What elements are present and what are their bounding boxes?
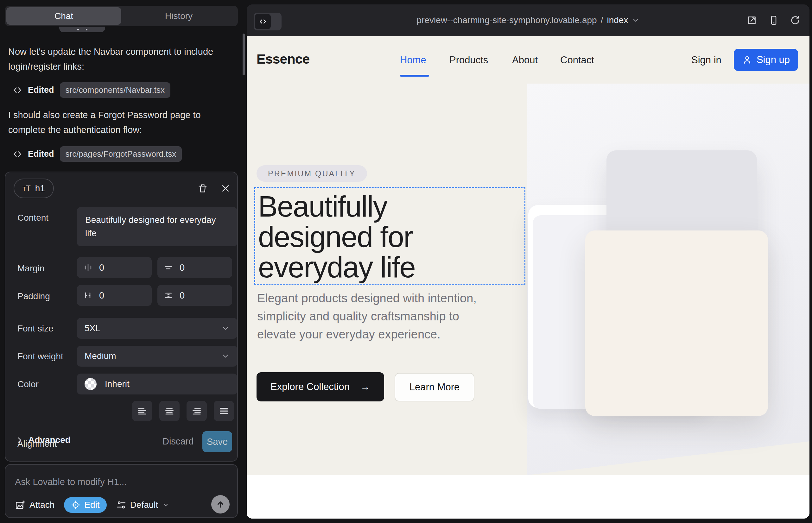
content-textarea[interactable]: Beautifully designed for everyday life	[77, 207, 237, 246]
attach-image-icon	[15, 500, 26, 510]
hero-card-cream	[585, 231, 768, 416]
truncated-loading-chip	[59, 26, 105, 32]
align-right-icon	[191, 405, 202, 416]
hero-heading[interactable]: Beautifully designed for everyday life	[258, 191, 415, 283]
trash-icon	[197, 183, 208, 194]
edit-target-icon	[71, 500, 81, 510]
padding-horizontal-icon	[83, 291, 93, 300]
content-label: Content	[17, 213, 49, 223]
close-icon	[221, 184, 230, 193]
mode-select[interactable]: Default	[116, 500, 170, 510]
refresh-button[interactable]	[790, 15, 800, 26]
active-nav-underline	[400, 75, 429, 77]
arrow-right-icon: →	[360, 381, 370, 393]
padding-vertical-icon	[164, 291, 173, 300]
align-left-icon	[137, 405, 147, 416]
close-inspector-button[interactable]	[218, 181, 233, 196]
color-label: Color	[17, 379, 39, 390]
delete-element-button[interactable]	[195, 181, 210, 196]
app-window: Chat History Now let's update the Navbar…	[0, 0, 812, 523]
mobile-icon	[768, 15, 779, 26]
chevron-right-icon	[16, 436, 23, 444]
element-tag-chip[interactable]: тT h1	[14, 179, 54, 198]
send-icon	[216, 500, 225, 509]
color-select[interactable]: Inherit	[77, 374, 237, 395]
open-in-new-button[interactable]	[746, 15, 758, 26]
type-icon: тT	[22, 184, 31, 193]
code-icon	[13, 86, 22, 95]
margin-y-input[interactable]: 0	[157, 257, 232, 278]
explore-collection-button[interactable]: Explore Collection →	[257, 372, 384, 401]
padding-x-input[interactable]: 0	[77, 285, 152, 306]
refresh-icon	[790, 15, 800, 26]
mobile-view-button[interactable]	[768, 15, 779, 26]
attach-button[interactable]: Attach	[15, 500, 54, 510]
edited-file-row: Edited src/components/Navbar.tsx	[13, 82, 170, 98]
site-navbar: Essence Home Products About Contact Sign…	[247, 36, 810, 84]
url-bar[interactable]: preview--charming-site-symphony.lovable.…	[247, 4, 810, 36]
site-logo[interactable]: Essence	[257, 51, 310, 67]
tab-chat[interactable]: Chat	[6, 7, 121, 25]
learn-more-button[interactable]: Learn More	[394, 373, 474, 401]
edited-file-row: Edited src/pages/ForgotPassword.tsx	[13, 146, 182, 162]
align-right-button[interactable]	[187, 401, 207, 421]
margin-vertical-icon	[164, 263, 173, 272]
url-page: index	[607, 15, 628, 25]
font-weight-select[interactable]: Medium	[77, 346, 237, 366]
color-swatch	[85, 378, 96, 390]
chevron-down-icon	[162, 501, 170, 509]
chat-history-tabs: Chat History	[5, 6, 238, 26]
margin-label: Margin	[17, 264, 45, 273]
hero-badge: PREMIUM QUALITY	[257, 165, 367, 182]
user-icon	[742, 55, 752, 65]
chat-message: Now let's update the Navbar component to…	[8, 44, 230, 74]
chat-composer: Ask Lovable to modify H1... Attach Edit …	[5, 464, 238, 518]
url-separator: /	[601, 15, 603, 25]
chevron-down-icon	[632, 16, 639, 24]
advanced-toggle[interactable]: Advanced	[16, 435, 71, 445]
font-size-label: Font size	[17, 324, 54, 334]
save-button[interactable]: Save	[202, 431, 232, 452]
font-size-select[interactable]: 5XL	[77, 318, 237, 339]
align-left-button[interactable]	[132, 401, 152, 421]
align-center-button[interactable]	[159, 401, 180, 421]
file-chip[interactable]: src/components/Navbar.tsx	[60, 82, 171, 98]
chevron-down-icon	[222, 324, 230, 332]
sign-up-button[interactable]: Sign up	[734, 49, 798, 71]
browser-preview: preview--charming-site-symphony.lovable.…	[247, 4, 810, 519]
code-icon	[13, 149, 22, 159]
nav-link-contact[interactable]: Contact	[560, 54, 594, 66]
margin-x-input[interactable]: 0	[77, 257, 152, 278]
padding-y-input[interactable]: 0	[157, 285, 232, 306]
composer-input[interactable]: Ask Lovable to modify H1...	[15, 477, 127, 487]
edited-label: Edited	[28, 85, 54, 95]
nav-link-home[interactable]: Home	[400, 54, 426, 66]
sign-in-link[interactable]: Sign in	[691, 54, 721, 66]
align-justify-icon	[218, 405, 229, 416]
element-tag: h1	[35, 183, 45, 194]
site-section-below	[247, 475, 810, 519]
margin-horizontal-icon	[83, 263, 93, 272]
hero-paragraph: Elegant products designed with intention…	[257, 289, 477, 343]
file-chip[interactable]: src/pages/ForgotPassword.tsx	[60, 146, 182, 162]
align-justify-button[interactable]	[214, 401, 234, 421]
discard-button[interactable]: Discard	[162, 436, 194, 447]
send-button[interactable]	[211, 495, 230, 513]
element-inspector-panel: тT h1 Content Beautifully designed for e…	[5, 172, 238, 462]
chevron-down-icon	[222, 352, 230, 360]
chat-scrollbar[interactable]	[243, 34, 245, 75]
sliders-icon	[116, 500, 126, 510]
nav-link-about[interactable]: About	[512, 54, 538, 66]
font-weight-label: Font weight	[17, 351, 63, 362]
padding-label: Padding	[17, 291, 50, 301]
browser-chrome: preview--charming-site-symphony.lovable.…	[247, 4, 810, 36]
site-page: Essence Home Products About Contact Sign…	[247, 36, 810, 519]
alignment-buttons	[132, 401, 234, 421]
tab-history[interactable]: History	[121, 7, 236, 25]
align-center-icon	[164, 405, 175, 416]
chat-message: I should also create a Forgot Password p…	[8, 108, 230, 138]
url-host: preview--charming-site-symphony.lovable.…	[417, 15, 597, 25]
edit-mode-button[interactable]: Edit	[64, 497, 106, 513]
nav-link-products[interactable]: Products	[449, 54, 488, 66]
edited-label: Edited	[28, 149, 54, 159]
